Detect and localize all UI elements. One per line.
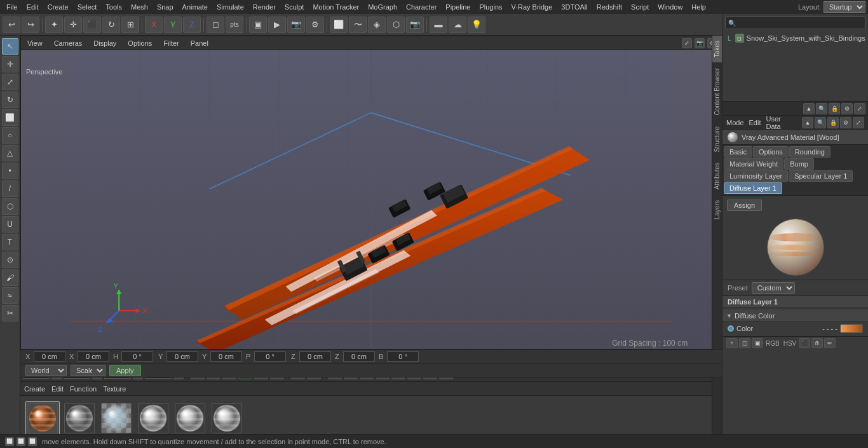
- scale-select[interactable]: Scale: [71, 365, 105, 376]
- attr-icon-e[interactable]: ⤢: [853, 117, 864, 128]
- viewport-canvas[interactable]: Perspective: [21, 50, 721, 349]
- menu-create[interactable]: Create: [44, 2, 72, 12]
- x-size-input[interactable]: [78, 351, 109, 362]
- tool-magnet[interactable]: ⊙: [2, 252, 18, 268]
- z-pos-input[interactable]: [299, 351, 331, 362]
- mat-menu-create[interactable]: Create: [24, 385, 45, 393]
- spline-button[interactable]: 〜: [349, 17, 367, 33]
- p-angle-input[interactable]: [254, 351, 286, 362]
- menu-motion-tracker[interactable]: Motion Tracker: [309, 2, 363, 12]
- render-region-button[interactable]: ▣: [249, 17, 267, 33]
- tool-point-mode[interactable]: •: [2, 163, 18, 179]
- attr-icon-4[interactable]: ⚙: [841, 103, 853, 114]
- nurbs-button[interactable]: ◈: [368, 17, 386, 33]
- rotate-tool-button[interactable]: ↻: [102, 17, 120, 33]
- object-row-ski[interactable]: L ◻ Snow_Ski_System_with_Ski_Bindings ● …: [725, 32, 865, 44]
- diffuse-color-header[interactable]: ▼ Diffuse Color: [722, 309, 868, 322]
- attr-icon-5[interactable]: ⤢: [854, 103, 865, 114]
- tool-texture[interactable]: T: [2, 234, 18, 250]
- z-axis-button[interactable]: Z: [183, 17, 201, 33]
- mat-menu-function[interactable]: Function: [70, 385, 97, 393]
- assign-button[interactable]: Assign: [727, 200, 762, 211]
- tool-box-select[interactable]: ⬜: [2, 109, 18, 126]
- mat-tab-options[interactable]: Options: [753, 146, 789, 158]
- mat-tab-diffuse1[interactable]: Diffuse Layer 1: [724, 182, 782, 194]
- vp-expand-button[interactable]: ⤢: [682, 38, 692, 48]
- color-ctrl-5[interactable]: ⟰: [811, 338, 823, 348]
- vp-menu-panel[interactable]: Panel: [188, 38, 211, 48]
- color-ctrl-1[interactable]: +: [726, 338, 738, 348]
- world-select[interactable]: World: [25, 365, 67, 376]
- menu-animate[interactable]: Animate: [179, 2, 212, 12]
- mat-tab-bump[interactable]: Bump: [784, 158, 814, 170]
- color-ctrl-2[interactable]: ◫: [739, 338, 750, 348]
- object-search-input[interactable]: [738, 19, 862, 27]
- menu-character[interactable]: Character: [402, 2, 440, 12]
- mat-tab-rounding[interactable]: Rounding: [789, 146, 831, 158]
- menu-window[interactable]: Window: [654, 2, 686, 12]
- select-tool-button[interactable]: ✦: [45, 17, 63, 33]
- menu-plugins[interactable]: Plugins: [475, 2, 506, 12]
- tool-brush[interactable]: 🖌: [2, 269, 18, 286]
- attr-icon-2[interactable]: 🔍: [816, 103, 827, 114]
- attr-edit-menu[interactable]: Edit: [749, 119, 761, 126]
- move-tool-button[interactable]: ✛: [64, 17, 82, 33]
- tool-polygon-mode[interactable]: ⬡: [2, 198, 18, 215]
- menu-render[interactable]: Render: [249, 2, 280, 12]
- color-ctrl-6[interactable]: ✏: [824, 338, 836, 348]
- menu-help[interactable]: Help: [688, 2, 710, 12]
- color-ctrl-4[interactable]: ⬛: [799, 338, 810, 348]
- y-axis-button[interactable]: Y: [164, 17, 182, 33]
- tool-rotate[interactable]: ↻: [2, 92, 18, 108]
- redo-button[interactable]: ↪: [22, 17, 39, 33]
- light-bulb-button[interactable]: 💡: [468, 17, 485, 33]
- menu-tools[interactable]: Tools: [102, 2, 126, 12]
- menu-mograph[interactable]: MoGraph: [364, 2, 401, 12]
- z-size-input[interactable]: [343, 351, 375, 362]
- x-pos-input[interactable]: [34, 351, 65, 362]
- deformer-button[interactable]: ⬡: [387, 17, 405, 33]
- menu-select[interactable]: Select: [74, 2, 101, 12]
- render-settings-button[interactable]: ⚙: [306, 17, 324, 33]
- render-viewport-button[interactable]: ▶: [268, 17, 286, 33]
- attr-icon-1[interactable]: ▲: [803, 103, 815, 114]
- tool-lasso[interactable]: ○: [2, 127, 18, 144]
- y-size-input[interactable]: [210, 351, 242, 362]
- x-axis-button[interactable]: X: [145, 17, 163, 33]
- mat-tab-materialweight[interactable]: Material Weight: [724, 158, 783, 170]
- tool-uv[interactable]: U: [2, 216, 18, 233]
- mat-tab-basic[interactable]: Basic: [724, 146, 752, 158]
- object-mode-button[interactable]: ◻: [207, 17, 224, 33]
- attr-icon-c[interactable]: 🔒: [827, 117, 839, 128]
- side-tab-content-browser[interactable]: Content Browser: [712, 63, 722, 120]
- layout-select[interactable]: Startup: [824, 1, 865, 13]
- apply-button[interactable]: Apply: [109, 365, 141, 376]
- color-radio[interactable]: [728, 325, 734, 332]
- menu-file[interactable]: File: [3, 2, 22, 12]
- side-tab-takes[interactable]: Takes: [712, 36, 722, 62]
- undo-button[interactable]: ↩: [3, 17, 20, 33]
- tool-move[interactable]: ✛: [2, 56, 18, 72]
- menu-3dtoall[interactable]: 3DTOAll: [557, 2, 591, 12]
- h-angle-input[interactable]: [121, 351, 153, 362]
- poly-tool-button[interactable]: ⊞: [121, 17, 139, 33]
- y-pos-input[interactable]: [166, 351, 198, 362]
- menu-script[interactable]: Script: [627, 2, 653, 12]
- attr-mode-menu[interactable]: Mode: [726, 119, 744, 126]
- attr-icon-3[interactable]: 🔒: [829, 103, 840, 114]
- object-manager-content[interactable]: 🔍 L ◻ Snow_Ski_System_with_Ski_Bindings …: [722, 14, 868, 101]
- attr-icon-b[interactable]: 🔍: [815, 117, 826, 128]
- camera-button[interactable]: 📷: [406, 17, 424, 33]
- tool-smooth[interactable]: ≈: [2, 287, 18, 304]
- menu-mesh[interactable]: Mesh: [127, 2, 152, 12]
- vp-menu-view[interactable]: View: [25, 38, 45, 48]
- menu-sculpt[interactable]: Sculpt: [281, 2, 308, 12]
- attr-userdata-menu[interactable]: User Data: [766, 116, 797, 130]
- sky-button[interactable]: ☁: [449, 17, 466, 33]
- tool-edge-mode[interactable]: /: [2, 180, 18, 197]
- render-to-picture-button[interactable]: 📷: [287, 17, 305, 33]
- color-swatch[interactable]: [840, 324, 863, 333]
- mat-tab-specular1[interactable]: Specular Layer 1: [789, 170, 853, 182]
- side-tab-attributes[interactable]: Attributes: [712, 158, 722, 194]
- points-mode-button[interactable]: pts: [226, 17, 243, 33]
